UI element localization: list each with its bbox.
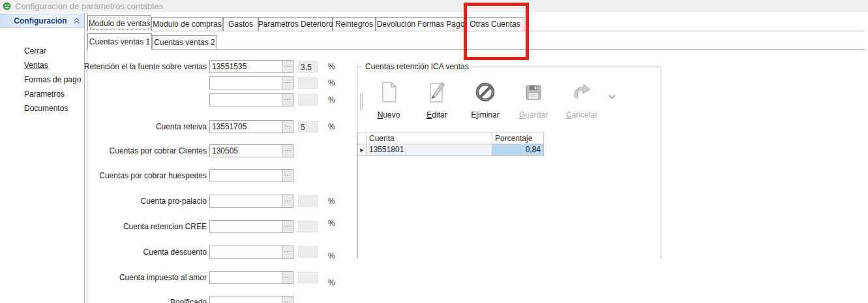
toolbar-grip[interactable] xyxy=(360,93,363,110)
percent-sign: % xyxy=(328,62,335,71)
percent-sign: % xyxy=(328,251,335,261)
percent-value-box xyxy=(298,94,318,106)
save-floppy-icon xyxy=(522,78,545,106)
percent-sign: % xyxy=(328,78,335,88)
app-icon xyxy=(3,2,11,10)
current-row-arrow-icon: ▶ xyxy=(358,144,367,156)
new-document-icon xyxy=(377,78,400,106)
account-input[interactable] xyxy=(209,169,282,182)
percent-sign: % xyxy=(328,122,335,131)
percent-value-box: 5 xyxy=(298,121,318,133)
focus-rectangle xyxy=(90,18,149,30)
toolbar-button-label: Cancelar xyxy=(566,110,597,120)
percent-value-box xyxy=(298,195,318,207)
tab-devolucion-formas-pago[interactable]: Devolución Formas Pago xyxy=(376,17,466,31)
cuentas-retencion-ica-groupbox: Cuentas retención ICA ventas Nuevo xyxy=(357,67,661,259)
lookup-button[interactable]: ... xyxy=(282,195,293,208)
percent-sign: % xyxy=(328,219,335,228)
editar-button[interactable]: Editar xyxy=(416,78,458,120)
field-label: Cuenta pro-palacio xyxy=(141,197,207,206)
lookup-button[interactable]: ... xyxy=(282,76,293,89)
percent-sign: % xyxy=(328,95,335,104)
percent-value-box: 3,5 xyxy=(298,61,318,72)
groupbox-title: Cuentas retención ICA ventas xyxy=(363,62,471,71)
edit-pencil-icon xyxy=(425,78,449,106)
field-label: Cuenta impuesto al amor xyxy=(119,273,207,282)
tab-reintegros[interactable]: Reintegros xyxy=(333,17,376,31)
account-input[interactable] xyxy=(209,296,282,303)
cancelar-button[interactable]: Cancelar xyxy=(561,78,603,120)
lookup-button[interactable]: ... xyxy=(282,246,293,259)
ica-toolbar: Nuevo Editar xyxy=(368,78,609,120)
lookup-button[interactable]: ... xyxy=(282,296,293,303)
account-input[interactable] xyxy=(209,76,282,89)
lookup-button[interactable]: ... xyxy=(282,169,293,182)
lookup-button[interactable]: ... xyxy=(282,144,293,157)
lookup-button[interactable]: ... xyxy=(282,60,293,73)
field-label: Cuenta descuento xyxy=(143,247,207,257)
field-label: Cuenta retencion CREE xyxy=(123,222,207,231)
tab-otras-cuentas[interactable]: Otras Cuentas xyxy=(466,17,524,31)
percent-sign: % xyxy=(328,278,335,287)
subtabstrip-baseline xyxy=(87,49,865,50)
title-bar: Configuración de parametros contables xyxy=(0,0,868,12)
tabstrip-baseline xyxy=(87,31,865,31)
table-row[interactable]: ▶ 13551801 0,84 xyxy=(358,144,661,156)
toolbar-button-label: Guardar xyxy=(519,110,548,120)
toolbar-dropdown-chevron-icon[interactable] xyxy=(608,95,616,99)
ica-grid: Cuenta Porcentaje ▶ 13551801 0,84 xyxy=(357,133,661,259)
nuevo-button[interactable]: Nuevo xyxy=(368,78,410,120)
subtab-cuentas-ventas-1[interactable]: Cuentas ventas 1 xyxy=(87,33,152,50)
tab-gastos[interactable]: Gastos xyxy=(223,17,258,31)
delete-prohibition-icon xyxy=(473,78,497,106)
account-input[interactable] xyxy=(209,195,282,208)
tab-parametros-deterioro[interactable]: Parametros Deterioro xyxy=(258,17,333,31)
form-row-impuesto-amor: Cuenta impuesto al amor ... % xyxy=(0,271,868,285)
toolbar-button-label: Nuevo xyxy=(378,110,400,120)
lookup-button[interactable]: ... xyxy=(282,93,293,106)
field-label: Retención el la fuente sobre ventas xyxy=(84,62,207,71)
app-window: Configuración de parametros contables Co… xyxy=(0,0,868,303)
toolbar-button-label: Editar xyxy=(427,110,447,120)
account-input[interactable] xyxy=(209,246,282,259)
account-input[interactable] xyxy=(209,271,282,284)
percent-value-box xyxy=(298,77,318,89)
window-title: Configuración de parametros contables xyxy=(15,1,163,11)
cell-cuenta[interactable]: 13551801 xyxy=(367,144,492,156)
undo-arrow-icon xyxy=(569,78,594,106)
sidebar-header-label: Configuración xyxy=(0,16,73,25)
percent-sign: % xyxy=(328,197,335,206)
form-row-partial: Bonificado ... xyxy=(0,296,868,303)
field-label: Cuenta reteiva xyxy=(156,122,207,131)
lookup-button[interactable]: ... xyxy=(282,120,293,133)
grid-header-row: Cuenta Porcentaje xyxy=(358,133,661,144)
tab-modulo-de-compras[interactable]: Modulo de compras xyxy=(151,17,223,31)
field-label: Cuentas por cobrar huespedes xyxy=(99,171,207,180)
lookup-button[interactable]: ... xyxy=(282,220,293,233)
percent-value-box xyxy=(298,272,318,283)
column-header-porcentaje[interactable]: Porcentaje xyxy=(492,133,544,144)
cell-porcentaje-selected[interactable]: 0,84 xyxy=(492,144,544,156)
field-label: Bonificado xyxy=(170,298,207,303)
guardar-button[interactable]: Guardar xyxy=(513,78,554,120)
account-input[interactable] xyxy=(209,144,282,157)
account-input[interactable] xyxy=(209,93,282,106)
eliminar-button[interactable]: Eliminar xyxy=(464,78,506,120)
collapse-double-chevron-icon[interactable] xyxy=(73,18,80,24)
subtab-cuentas-ventas-2[interactable]: Cuentas ventas 2 xyxy=(152,35,217,49)
account-input[interactable] xyxy=(209,60,282,73)
sidebar-item-cerrar[interactable]: Cerrar xyxy=(24,46,46,56)
sidebar-header[interactable]: Configuración xyxy=(0,14,84,27)
toolbar-button-label: Eliminar xyxy=(471,110,499,120)
percent-value-box xyxy=(298,246,318,258)
field-label: Cuentas por cobrar Clientes xyxy=(110,146,207,155)
account-input[interactable] xyxy=(209,220,282,233)
account-input[interactable] xyxy=(209,120,282,133)
column-header-cuenta[interactable]: Cuenta xyxy=(367,133,492,144)
percent-value-box xyxy=(298,221,318,232)
row-selector-header xyxy=(358,133,367,144)
tab-modulo-de-ventas[interactable]: Modulo de ventas xyxy=(87,15,151,31)
lookup-button[interactable]: ... xyxy=(282,271,293,284)
